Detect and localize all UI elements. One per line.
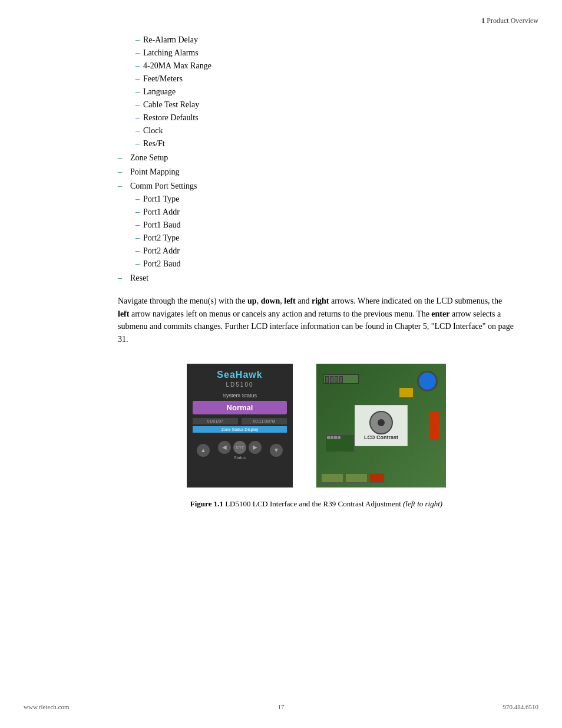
lcd-data-cell: 01/01/07: [193, 418, 238, 424]
dash-icon: –: [135, 35, 140, 45]
item-label: Port2 Type: [143, 233, 179, 243]
dash-icon: –: [135, 233, 140, 243]
list-item: – Port1 Type: [118, 195, 515, 204]
list-item: – Clock: [118, 126, 515, 136]
lcd-down-button[interactable]: ▼: [270, 444, 283, 457]
lcd-status-label: System Status: [223, 393, 257, 398]
list-item: – Port1 Baud: [118, 220, 515, 230]
list-item: – Port2 Addr: [118, 246, 515, 256]
dash-icon: –: [135, 126, 140, 136]
dash-icon: –: [118, 167, 122, 177]
lcd-data-cell: Zone Status Display: [193, 426, 287, 433]
lcd-data-cell: 00:11:09PM: [242, 418, 287, 424]
dash-icon: –: [118, 153, 122, 163]
item-label: 4-20MA Max Range: [143, 61, 211, 71]
list-item: – 4-20MA Max Range: [118, 61, 515, 71]
dash-icon: –: [135, 113, 140, 123]
item-label: Point Mapping: [130, 167, 180, 177]
list-item: – Feet/Meters: [118, 74, 515, 84]
pcb-circle-component: [417, 371, 438, 391]
chapter-number: 1: [481, 17, 485, 25]
list-item: – Latching Alarms: [118, 48, 515, 58]
lcd-model: LD5100: [226, 381, 253, 388]
item-label: Latching Alarms: [143, 48, 199, 58]
pcb-label: LCD Contrast: [364, 434, 398, 440]
item-label: Restore Defaults: [143, 113, 199, 123]
list-item: – Restore Defaults: [118, 113, 515, 123]
pcb-figure: LCD Contrast: [316, 364, 446, 487]
main-content: – Re-Alarm Delay – Latching Alarms – 4-2…: [118, 35, 515, 509]
list-item: – Port2 Baud: [118, 259, 515, 269]
dash-icon: –: [135, 220, 140, 230]
item-label: Re-Alarm Delay: [143, 35, 198, 45]
figures-container: SeaHawk LD5100 System Status Normal 01/0…: [118, 364, 515, 487]
list-item: – Res/Ft: [118, 139, 515, 149]
pcb-contrast-box: LCD Contrast: [355, 405, 408, 446]
list-item: – Cable Test Relay: [118, 100, 515, 110]
section-title: Product Overview: [487, 17, 538, 25]
page-header: 1 Product Overview: [481, 17, 538, 25]
item-label: Port1 Type: [143, 195, 179, 204]
footer-left: www.rletech.com: [24, 703, 69, 710]
pcb-inner: LCD Contrast: [316, 364, 446, 487]
list-item: – Comm Port Settings: [118, 182, 515, 191]
list-item: – Reset: [118, 274, 515, 283]
item-label: Zone Setup: [130, 153, 168, 163]
figure-label: Figure 1.1: [190, 499, 223, 508]
dash-icon: –: [118, 274, 122, 283]
item-label: Clock: [143, 126, 163, 136]
item-label: Port2 Baud: [143, 259, 180, 269]
list-item: – Re-Alarm Delay: [118, 35, 515, 45]
lcd-right-button[interactable]: ▶: [249, 441, 262, 454]
dash-icon: –: [135, 207, 140, 217]
lcd-enter-button[interactable]: ENT: [233, 441, 246, 454]
lcd-brand: SeaHawk: [217, 370, 262, 380]
item-label: Res/Ft: [143, 139, 165, 149]
sub-menu-list: – Re-Alarm Delay – Latching Alarms – 4-2…: [118, 35, 515, 283]
item-label: Port1 Baud: [143, 220, 180, 230]
dash-icon: –: [135, 100, 140, 110]
figure-text: LD5100 LCD Interface and the R39 Contras…: [225, 499, 401, 508]
dash-icon: –: [135, 48, 140, 58]
lcd-figure: SeaHawk LD5100 System Status Normal 01/0…: [187, 364, 293, 487]
list-item: – Point Mapping: [118, 167, 515, 177]
lcd-up-button[interactable]: ▲: [197, 444, 210, 457]
list-item: – Port2 Type: [118, 233, 515, 243]
dash-icon: –: [135, 139, 140, 149]
description-paragraph: Navigate through the menu(s) with the up…: [118, 295, 515, 346]
list-item: – Port1 Addr: [118, 207, 515, 217]
item-label: Language: [143, 87, 176, 97]
lcd-left-button[interactable]: ◀: [218, 441, 231, 454]
item-label: Cable Test Relay: [143, 100, 199, 110]
dash-icon: –: [135, 74, 140, 84]
item-label: Port2 Addr: [143, 246, 180, 256]
footer-center: 17: [278, 703, 285, 710]
item-label: Port1 Addr: [143, 207, 180, 217]
item-label: Comm Port Settings: [130, 182, 197, 191]
lcd-data-rows: 01/01/07 00:11:09PM Zone Status Display: [193, 418, 287, 434]
figure-caption: Figure 1.1 LD5100 LCD Interface and the …: [118, 499, 515, 509]
lcd-status-value: Normal: [193, 401, 287, 414]
dash-icon: –: [135, 87, 140, 97]
footer-right: 970.484.6510: [503, 703, 539, 710]
figure-italic: (left to right): [403, 499, 442, 508]
item-label: Reset: [130, 274, 148, 283]
dash-icon: –: [135, 195, 140, 204]
dash-icon: –: [135, 61, 140, 71]
list-item: – Zone Setup: [118, 153, 515, 163]
item-label: Feet/Meters: [143, 74, 183, 84]
dash-icon: –: [135, 259, 140, 269]
dash-icon: –: [118, 182, 122, 191]
dash-icon: –: [135, 246, 140, 256]
list-item: – Language: [118, 87, 515, 97]
